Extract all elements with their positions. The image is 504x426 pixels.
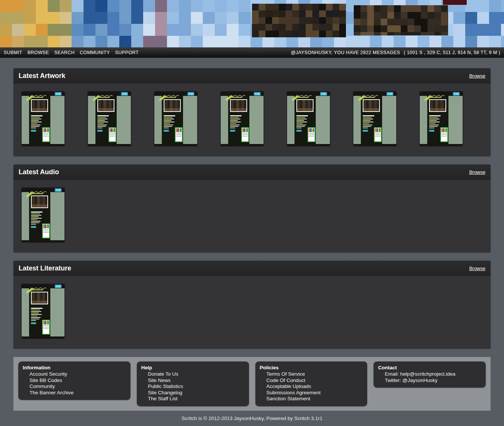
text-line	[296, 122, 307, 122]
thumb-topbar: Edit	[22, 188, 64, 192]
thumb-link-chip	[97, 130, 103, 132]
thumb-latest-artwork-2[interactable]: Edit	[88, 91, 131, 146]
text-line	[164, 120, 171, 121]
footer-link-sanction-statement[interactable]: Sanction Statement	[260, 396, 363, 402]
main-content: Latest ArtworkBrowseEditEditEditEditEdit…	[0, 58, 504, 349]
footer-link-site-news[interactable]: Site News	[141, 378, 245, 384]
thumb-latest-artwork-6[interactable]: Edit	[353, 91, 397, 146]
thumb-latest-artwork-3[interactable]: Edit	[154, 91, 198, 146]
thumb-link-chip	[164, 130, 169, 132]
thumb-link-chip	[363, 130, 368, 132]
browse-link-latest-literature[interactable]: Browse	[469, 266, 485, 271]
text-line	[31, 215, 41, 216]
thumb-text-lines	[31, 115, 48, 128]
thumb-page-column	[29, 288, 50, 336]
nav-item-community[interactable]: COMMUNITY	[80, 50, 110, 55]
thumb-latest-artwork-5[interactable]: Edit	[287, 91, 330, 146]
thumb-latest-audio-1[interactable]: Edit	[21, 188, 65, 242]
thumb-edit-button[interactable]: Edit	[55, 285, 62, 288]
thumb-photo	[31, 195, 48, 208]
nav-item-browse[interactable]: BROWSE	[28, 50, 49, 55]
nav-item-support[interactable]: SUPPORT	[115, 50, 139, 55]
thumb-script-decoration	[30, 92, 47, 99]
user-status[interactable]: @JAYSONHUSKY, YOU HAVE 2822 MESSAGES	[291, 50, 400, 55]
sidebox-line	[242, 134, 248, 135]
thumb-photo	[230, 99, 247, 112]
thumb-text-lines	[31, 212, 48, 225]
thumb-photo	[164, 99, 181, 112]
text-line	[31, 219, 37, 220]
nav-item-search[interactable]: SEARCH	[54, 50, 75, 55]
thumb-sidebox	[42, 223, 50, 238]
thumb-topbar: Edit	[154, 92, 197, 96]
sidebox-line	[43, 133, 49, 134]
section-body: Edit	[13, 276, 491, 349]
thumb-sidebox	[308, 127, 315, 142]
thumb-edit-button[interactable]: Edit	[55, 92, 62, 95]
thumb-sidebox	[440, 127, 448, 142]
section-header: Latest AudioBrowse	[13, 165, 491, 180]
thumb-script-decoration	[30, 285, 47, 291]
footer-link-the-banner-archive[interactable]: The Banner Archive	[23, 390, 126, 396]
browse-link-latest-audio[interactable]: Browse	[469, 169, 485, 175]
text-line	[164, 126, 172, 127]
thumb-edit-button[interactable]: Edit	[387, 92, 393, 95]
footer-link-email-help-scritchproject-idea[interactable]: Email: help@scritchproject.idea	[378, 371, 481, 378]
footer-link-acceptable-uploads[interactable]: Acceptable Uploads	[260, 383, 363, 390]
sidebox-line	[43, 134, 49, 135]
text-line	[31, 310, 40, 310]
footer-link-public-statistics[interactable]: Public Statistics	[141, 383, 245, 390]
thumb-latest-artwork-1[interactable]: Edit	[21, 91, 65, 146]
footer-box-policies: PoliciesTerms Of ServiceCode Of ConductA…	[255, 361, 368, 406]
text-line	[164, 122, 174, 122]
text-line	[97, 115, 109, 116]
thumb-edit-button[interactable]: Edit	[254, 92, 261, 95]
thumb-edit-button[interactable]: Edit	[453, 92, 460, 95]
footer-link-code-of-conduct[interactable]: Code Of Conduct	[260, 378, 363, 384]
footer-link-terms-of-service[interactable]: Terms Of Service	[260, 371, 363, 378]
section-header: Latest ArtworkBrowse	[13, 68, 491, 84]
thumb-topbar: Edit	[88, 92, 131, 96]
footer-link-account-security[interactable]: Account Security	[23, 371, 126, 378]
thumb-latest-artwork-7[interactable]: Edit	[419, 91, 463, 146]
section-title: Latest Artwork	[19, 72, 65, 80]
thumb-latest-artwork-4[interactable]: Edit	[220, 91, 264, 146]
thumb-edit-button[interactable]: Edit	[188, 92, 194, 95]
text-line	[429, 128, 434, 128]
thumb-link-chip	[429, 130, 434, 132]
footer-link-site-changelog[interactable]: Site Changelog	[141, 390, 245, 396]
copyright-text: Scritch is © 2012-2013 JaysonHusky, Powe…	[0, 416, 504, 421]
footer-link-community[interactable]: Community	[23, 383, 126, 390]
thumb-topbar: Edit	[221, 92, 264, 96]
footer-box-information: InformationAccount SecuritySite BB Codes…	[18, 361, 130, 400]
sidebox-line	[43, 327, 49, 328]
thumb-photo	[31, 292, 48, 304]
footer-link-submissions-agreement[interactable]: Submissions Agreement	[260, 390, 363, 396]
footer-link-donate-to-us[interactable]: Donate To Us	[141, 371, 245, 378]
thumb-photo-image	[32, 100, 47, 111]
text-line	[296, 125, 306, 125]
thumb-edit-button[interactable]: Edit	[320, 92, 327, 95]
thumb-topbar: Edit	[22, 92, 64, 96]
thumb-edit-button[interactable]: Edit	[121, 92, 128, 95]
sidebox-image	[110, 128, 115, 132]
thumb-edit-button[interactable]: Edit	[55, 188, 62, 192]
nav-item-submit[interactable]: SUBMIT	[4, 50, 22, 55]
section-title: Latest Literature	[19, 264, 71, 272]
text-line	[296, 115, 308, 116]
main-nav: SUBMITBROWSESEARCHCOMMUNITYSUPPORT @JAYS…	[0, 47, 504, 58]
footer-link-site-bb-codes[interactable]: Site BB Codes	[23, 378, 126, 384]
text-line	[31, 123, 37, 124]
text-line	[363, 119, 373, 119]
browse-link-latest-artwork[interactable]: Browse	[469, 73, 485, 79]
text-line	[296, 123, 303, 124]
thumb-latest-literature-1[interactable]: Edit	[21, 284, 65, 339]
sidebox-line	[110, 133, 115, 134]
footer-link-twitter-jaysonhusky[interactable]: Twitter: @JaysonHusky	[378, 378, 481, 384]
sidebox-line	[110, 136, 115, 137]
text-line	[429, 126, 438, 127]
sidebox-image	[176, 128, 182, 132]
text-line	[363, 115, 374, 116]
footer-link-the-staff-list[interactable]: The Staff List	[141, 396, 245, 402]
sidebox-line	[375, 136, 381, 137]
